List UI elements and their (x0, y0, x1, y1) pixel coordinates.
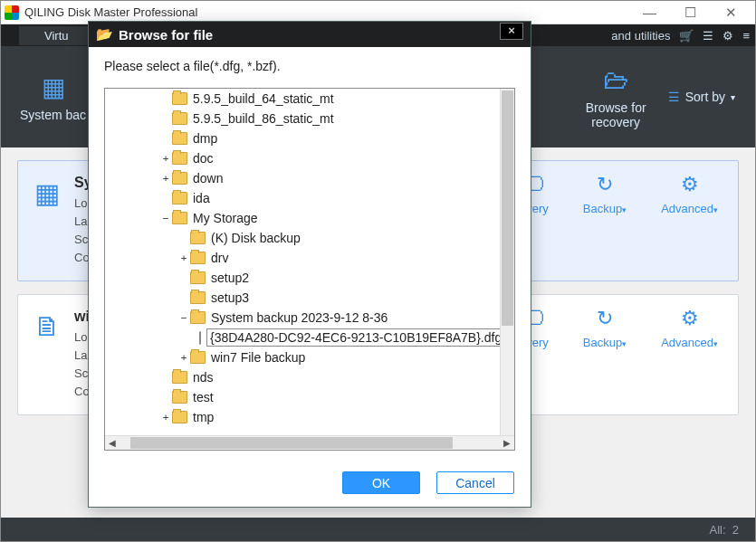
folder-icon (190, 252, 206, 264)
tree-item[interactable]: nds (105, 367, 500, 387)
backup-button[interactable]: ↻Backup▾ (583, 307, 627, 349)
tree-item-label: (K) Disk backup (211, 231, 301, 245)
tree-item[interactable]: 5.9.5_build_64_static_mt (105, 89, 500, 109)
folder-icon (172, 212, 187, 224)
tree-item-label: drv (211, 251, 228, 265)
folder-icon (172, 112, 187, 125)
scroll-right-icon[interactable]: ▶ (500, 438, 514, 448)
dialog-close-button[interactable]: × (500, 23, 523, 40)
tree-item[interactable]: +drv (105, 248, 500, 268)
tree-item[interactable]: setup3 (105, 288, 500, 308)
caret-down-icon: ▾ (622, 339, 627, 348)
tree-item[interactable]: +win7 File backup (105, 347, 500, 367)
browse-recovery-button[interactable]: 🗁 Browse for recovery (564, 46, 668, 147)
caret-down-icon: ▾ (622, 205, 627, 214)
scroll-thumb[interactable] (130, 437, 453, 449)
expand-toggle[interactable]: + (159, 153, 172, 165)
tree-item-label: System backup 2023-9-12 8-36 (211, 310, 388, 325)
grid-icon: ▦ (42, 72, 65, 102)
backup-button[interactable]: ↻Backup▾ (583, 173, 627, 215)
folder-icon (172, 391, 187, 404)
folder-icon (190, 232, 206, 244)
advanced-button[interactable]: ⚙Advanced▾ (661, 173, 718, 215)
tab-virtual[interactable]: Virtu (19, 26, 94, 45)
browse-recovery-label1: Browse for (586, 100, 646, 115)
tree-item[interactable]: +down (105, 168, 500, 188)
status-count: 2 (732, 523, 739, 537)
minimize-button[interactable]: — (629, 3, 670, 23)
dialog-title: Browse for file (119, 27, 213, 43)
vertical-scrollbar[interactable] (500, 89, 514, 435)
task-actions: 🖵overy ↻Backup▾ ⚙Advanced▾ (520, 307, 718, 349)
tree-item-label: 5.9.5_build_86_static_mt (193, 111, 334, 126)
list-icon[interactable]: ☰ (703, 29, 713, 43)
cart-icon[interactable]: 🛒 (679, 29, 694, 43)
maximize-button[interactable]: ☐ (670, 3, 711, 23)
sort-by-label: Sort by (685, 90, 725, 104)
file-icon (199, 331, 201, 345)
folder-icon (172, 172, 187, 185)
tree-item[interactable]: ida (105, 188, 500, 208)
tree-item-label: setup2 (211, 271, 249, 285)
tree-item[interactable]: −System backup 2023-9-12 8-36 (105, 308, 500, 328)
folder-icon (190, 291, 206, 304)
refresh-icon: ↻ (597, 307, 613, 330)
sort-by-button[interactable]: ☰ Sort by ▾ (668, 90, 755, 104)
window-title: QILING Disk Master Professional (24, 5, 629, 19)
expand-toggle[interactable]: − (159, 213, 172, 224)
caret-down-icon: ▾ (713, 205, 718, 214)
tree-item-label: tmp (193, 410, 214, 424)
folder-icon (172, 371, 187, 384)
tree-item[interactable]: +doc (105, 148, 500, 168)
horizontal-scrollbar[interactable]: ◀ ▶ (105, 435, 514, 450)
tree-item[interactable]: +tmp (105, 407, 500, 427)
expand-toggle[interactable]: + (177, 352, 190, 364)
menu-icon[interactable]: ≡ (742, 29, 750, 43)
cancel-button[interactable]: Cancel (436, 471, 514, 494)
tree-item-label: My Storage (193, 211, 258, 225)
tree-item[interactable]: 5.9.5_build_86_static_mt (105, 109, 500, 128)
tree-item-label: dmp (193, 131, 217, 146)
dialog-titlebar: 📂 Browse for file × (89, 22, 531, 47)
folder-icon (190, 311, 206, 324)
expand-toggle[interactable]: − (177, 312, 190, 324)
folder-icon (190, 271, 206, 284)
dialog-prompt: Please select a file(*.dfg, *.bzf). (89, 47, 531, 82)
folder-icon (190, 351, 206, 364)
advanced-button[interactable]: ⚙Advanced▾ (661, 307, 718, 349)
folder-icon (172, 411, 187, 423)
sort-icon: ☰ (668, 90, 680, 104)
folder-icon (172, 152, 187, 165)
tree-item-label: {38D4A280-DC92-4EC6-9213-C10B19EF8A7B}.d… (206, 328, 500, 347)
tree-item-label: win7 File backup (211, 350, 305, 365)
scroll-left-icon[interactable]: ◀ (105, 438, 120, 448)
tree-item[interactable]: dmp (105, 128, 500, 148)
status-all-label: All: (709, 523, 725, 537)
dialog-buttons: OK Cancel (342, 471, 514, 494)
tools-utilities-label[interactable]: and utilities (611, 29, 670, 43)
expand-toggle[interactable]: + (159, 412, 172, 423)
scroll-thumb[interactable] (502, 90, 513, 326)
tree-item[interactable]: {38D4A280-DC92-4EC6-9213-C10B19EF8A7B}.d… (105, 328, 500, 347)
tree-item[interactable]: −My Storage (105, 208, 500, 228)
app-logo-icon (5, 5, 19, 20)
system-backup-label: System bac (20, 108, 86, 122)
tree-item[interactable]: test (105, 387, 500, 407)
tree-item[interactable]: (K) Disk backup (105, 228, 500, 248)
tree-item-label: down (193, 171, 223, 185)
ok-button[interactable]: OK (342, 471, 420, 494)
status-bar: All: 2 (1, 518, 755, 541)
tab-bar-right: and utilities 🛒 ☰ ⚙ ≡ (611, 29, 755, 43)
open-folder-icon: 📂 (96, 26, 113, 43)
tree-item-label: setup3 (211, 290, 249, 305)
tree-item[interactable]: setup2 (105, 268, 500, 288)
close-button[interactable]: ✕ (711, 3, 751, 23)
gear-icon[interactable]: ⚙ (723, 29, 733, 43)
file-tree[interactable]: 5.9.5_build_64_static_mt5.9.5_build_86_s… (104, 88, 515, 451)
caret-down-icon: ▾ (713, 339, 718, 348)
expand-toggle[interactable]: + (159, 173, 172, 185)
browse-recovery-label2: recovery (591, 115, 640, 129)
expand-toggle[interactable]: + (177, 252, 190, 264)
folder-icon (172, 132, 187, 145)
gear-alt-icon: ⚙ (681, 173, 699, 196)
